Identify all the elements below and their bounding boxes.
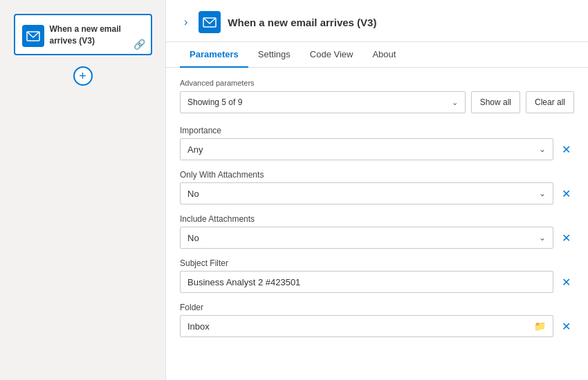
include-attachments-row: No ⌄ ✕ xyxy=(180,227,574,249)
tab-parameters[interactable]: Parameters xyxy=(180,42,248,68)
folder-browse-icon[interactable]: 📁 xyxy=(534,321,546,332)
folder-field-group: Folder Inbox 📁 ✕ xyxy=(180,303,574,337)
chevron-down-icon: ⌄ xyxy=(539,233,546,243)
importance-remove-button[interactable]: ✕ xyxy=(558,141,574,158)
importance-row: Any ⌄ ✕ xyxy=(180,138,574,160)
importance-value: Any xyxy=(187,144,203,155)
panel-content: Advanced parameters Showing 5 of 9 ⌄ Sho… xyxy=(166,68,588,380)
chevron-down-icon: ⌄ xyxy=(539,189,546,198)
only-with-attachments-dropdown[interactable]: No ⌄ xyxy=(180,182,553,205)
chevron-down-icon: ⌄ xyxy=(452,98,458,107)
only-with-attachments-value: No xyxy=(187,189,199,199)
folder-input[interactable]: Inbox 📁 xyxy=(180,315,553,337)
tab-about[interactable]: About xyxy=(362,42,405,68)
tab-code-view[interactable]: Code View xyxy=(300,42,363,68)
add-step-button[interactable]: + xyxy=(73,66,93,86)
folder-label: Folder xyxy=(180,303,574,312)
left-panel: When a new email arrives (V3) 🔗 + xyxy=(0,0,166,380)
folder-row: Inbox 📁 ✕ xyxy=(180,315,574,337)
include-attachments-label: Include Attachments xyxy=(180,214,574,224)
subject-filter-input[interactable]: Business Analyst 2 #423501 xyxy=(180,271,553,293)
include-attachments-dropdown[interactable]: No ⌄ xyxy=(180,227,553,249)
header-title: When a new email arrives (V3) xyxy=(228,17,376,28)
show-all-button[interactable]: Show all xyxy=(471,91,520,113)
folder-remove-button[interactable]: ✕ xyxy=(558,318,574,334)
subject-filter-row: Business Analyst 2 #423501 ✕ xyxy=(180,271,574,293)
panel-header: › When a new email arrives (V3) xyxy=(166,0,588,42)
subject-filter-value: Business Analyst 2 #423501 xyxy=(187,277,300,287)
folder-value: Inbox xyxy=(187,321,210,332)
tabs-bar: Parameters Settings Code View About xyxy=(166,42,588,68)
subject-filter-label: Subject Filter xyxy=(180,258,574,268)
include-attachments-field-group: Include Attachments No ⌄ ✕ xyxy=(180,214,574,249)
showing-dropdown[interactable]: Showing 5 of 9 ⌄ xyxy=(180,91,466,113)
collapse-button[interactable]: › xyxy=(180,15,192,30)
tab-settings[interactable]: Settings xyxy=(248,42,300,68)
header-email-icon xyxy=(199,11,221,33)
only-with-attachments-row: No ⌄ ✕ xyxy=(180,182,574,205)
only-with-attachments-label: Only With Attachments xyxy=(180,170,574,180)
include-attachments-value: No xyxy=(187,233,199,243)
right-panel: › When a new email arrives (V3) Paramete… xyxy=(166,0,588,380)
showing-text: Showing 5 of 9 xyxy=(187,97,242,107)
clear-all-button[interactable]: Clear all xyxy=(526,91,574,113)
advanced-params-label: Advanced parameters xyxy=(180,79,574,87)
only-with-attachments-remove-button[interactable]: ✕ xyxy=(558,185,574,202)
importance-label: Importance xyxy=(180,126,574,135)
link-icon: 🔗 xyxy=(134,39,145,50)
email-trigger-icon xyxy=(22,25,44,47)
advanced-params-row: Showing 5 of 9 ⌄ Show all Clear all xyxy=(180,91,574,113)
importance-field-group: Importance Any ⌄ ✕ xyxy=(180,126,574,160)
only-with-attachments-field-group: Only With Attachments No ⌄ ✕ xyxy=(180,170,574,205)
trigger-card[interactable]: When a new email arrives (V3) 🔗 xyxy=(14,14,152,55)
importance-dropdown[interactable]: Any ⌄ xyxy=(180,138,553,160)
include-attachments-remove-button[interactable]: ✕ xyxy=(558,229,574,246)
subject-filter-remove-button[interactable]: ✕ xyxy=(558,274,574,290)
chevron-down-icon: ⌄ xyxy=(539,144,546,154)
trigger-card-title: When a new email arrives (V3) xyxy=(50,23,144,47)
subject-filter-field-group: Subject Filter Business Analyst 2 #42350… xyxy=(180,258,574,293)
